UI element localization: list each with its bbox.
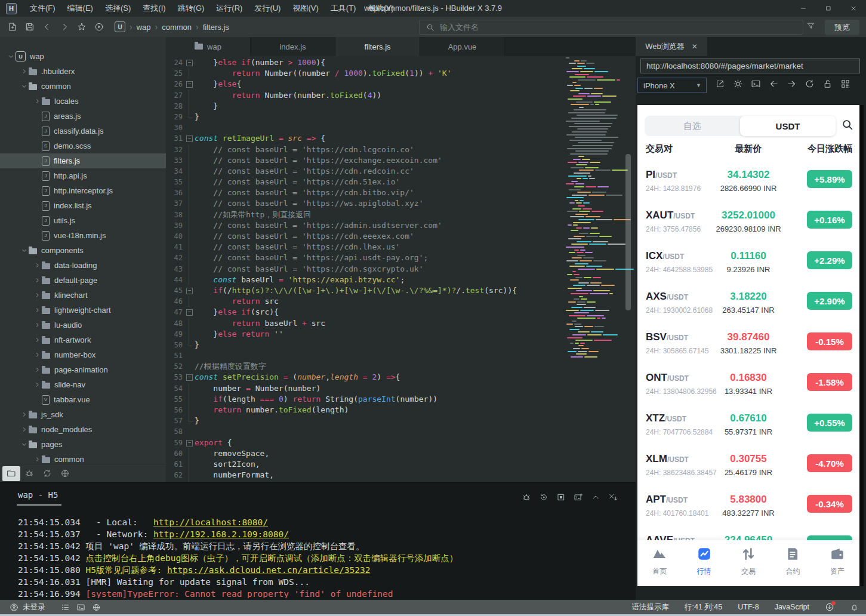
chevron-down-icon[interactable] <box>19 441 29 449</box>
change-badge[interactable]: +2.29% <box>807 251 852 269</box>
market-tab-自选[interactable]: 自选 <box>645 116 740 136</box>
code-line[interactable]: 33 // const baseUrl = 'https://exchange.… <box>166 155 636 166</box>
terminal-icon[interactable] <box>76 603 85 612</box>
code-line[interactable]: 29} <box>166 112 636 122</box>
fold-box-icon[interactable]: − <box>186 60 193 66</box>
fold-box-icon[interactable]: − <box>186 135 193 142</box>
line-number[interactable]: 60 <box>166 448 183 459</box>
explorer-view-icon[interactable] <box>2 466 20 481</box>
tree-item-components[interactable]: components <box>0 243 166 258</box>
code-line[interactable]: 62 numberFormat, <box>166 470 636 481</box>
cursor-position[interactable]: 行:41 列:45 <box>685 602 722 612</box>
console-terminal-icon[interactable] <box>751 79 761 89</box>
code-line[interactable]: 32 // const baseUrl = 'https://cdn.lcgco… <box>166 144 636 155</box>
stop-icon[interactable] <box>556 492 566 502</box>
code-line[interactable]: 28 } <box>166 101 636 112</box>
tree-item-number-box[interactable]: number-box <box>0 347 166 362</box>
menu-item[interactable]: 编辑(E) <box>61 0 99 17</box>
tree-item-areas.js[interactable]: Jareas.js <box>0 109 166 124</box>
code-line[interactable]: 58 <box>166 426 636 437</box>
tree-item-js_sdk[interactable]: js_sdk <box>0 407 166 422</box>
line-number[interactable]: 56 <box>166 405 183 415</box>
tree-item-vue-i18n.min.js[interactable]: Jvue-i18n.min.js <box>0 228 166 243</box>
code-line[interactable]: 61 sort2Icon, <box>166 459 636 470</box>
menu-item[interactable]: 视图(V) <box>286 0 324 17</box>
chevron-right-icon[interactable] <box>32 381 42 389</box>
log-link[interactable]: http://192.168.2.109:8080/ <box>153 529 289 539</box>
code-line[interactable]: 38 //如果带http，则直接返回 <box>166 210 636 220</box>
breadcrumb-item[interactable]: filters.js <box>203 23 229 32</box>
line-number[interactable]: 44 <box>166 275 183 285</box>
market-row-BSV[interactable]: BSV/USDT24H: 305865.6714539.874603301.18… <box>637 325 859 365</box>
chevron-down-icon[interactable] <box>19 82 29 91</box>
fold-indicator[interactable]: − <box>184 307 195 318</box>
menu-item[interactable]: 帮助(Y) <box>362 0 399 17</box>
chevron-right-icon[interactable] <box>32 261 42 270</box>
code-line[interactable]: 41 // const baseUrl = 'https://cdn.lhex.… <box>166 242 636 252</box>
line-number[interactable]: 30 <box>166 122 183 133</box>
market-row-XLM[interactable]: XLM/USDT24H: 38623486.384570.3075525.461… <box>637 446 859 487</box>
code-line[interactable]: 25 return Number((number / 1000).toFixed… <box>166 68 636 79</box>
editor-scrollbar-thumb[interactable] <box>625 154 631 310</box>
code-line[interactable]: 49 }else return '' <box>166 329 636 340</box>
close-button[interactable] <box>841 0 866 17</box>
line-number[interactable]: 40 <box>166 231 183 242</box>
line-number[interactable]: 45 <box>166 285 183 296</box>
code-line[interactable]: 56 return number.toFixed(length) <box>166 405 636 415</box>
line-number[interactable]: 38 <box>166 210 183 220</box>
code-line[interactable]: 39 // const baseUrl = 'https://admin.usd… <box>166 220 636 231</box>
market-row-XTZ[interactable]: XTZ/USDT24H: 7047706.528840.6761055.9737… <box>637 406 859 446</box>
tree-item-locales[interactable]: locales <box>0 94 166 109</box>
line-number[interactable]: 28 <box>166 101 183 112</box>
tree-item-node_modules[interactable]: node_modules <box>0 422 166 437</box>
tree-item-slide-nav[interactable]: slide-nav <box>0 377 166 392</box>
editor-tab-index.js[interactable]: index.js <box>251 37 335 56</box>
tree-item-.hbuilderx[interactable]: .hbuilderx <box>0 64 166 79</box>
code-line[interactable]: 47− }else if(src){ <box>166 307 636 318</box>
code-line[interactable]: 37 // const baseUrl = 'https://ws.apiglo… <box>166 198 636 209</box>
code-line[interactable]: 40 // const baseUrl = 'https://cdn.eeexe… <box>166 231 636 242</box>
device-select[interactable]: iPhone X ▼ <box>637 78 707 93</box>
breadcrumb-item[interactable]: common <box>162 23 192 32</box>
line-number[interactable]: 25 <box>166 68 183 79</box>
code-line[interactable]: 54 number = Number(number) <box>166 383 636 394</box>
chevron-right-icon[interactable] <box>32 455 42 464</box>
line-number[interactable]: 52 <box>166 361 183 372</box>
fold-box-icon[interactable]: − <box>186 374 193 381</box>
line-number[interactable]: 33 <box>166 155 183 166</box>
refresh-icon[interactable] <box>805 79 815 89</box>
fold-box-icon[interactable]: − <box>186 81 193 88</box>
tree-item-index.list.js[interactable]: Jindex.list.js <box>0 198 166 213</box>
nav-item-合约[interactable]: 合约 <box>771 540 815 586</box>
chevron-right-icon[interactable] <box>32 276 42 285</box>
fold-indicator[interactable]: − <box>184 285 195 296</box>
filter-funnel-icon[interactable] <box>806 21 815 30</box>
code-line[interactable]: 26− }else{ <box>166 79 636 90</box>
market-row-XAUT[interactable]: XAUT/USDT24H: 3756.478563252.01000269230… <box>637 203 859 244</box>
code-line[interactable]: 51 <box>166 350 636 361</box>
line-number[interactable]: 58 <box>166 426 183 437</box>
line-number[interactable]: 53 <box>166 372 183 383</box>
debug-bug-icon[interactable] <box>522 492 531 502</box>
save-icon[interactable] <box>21 19 38 35</box>
code-line[interactable]: 50} <box>166 340 636 350</box>
nav-item-交易[interactable]: 交易 <box>726 540 771 586</box>
tree-item-demo.scss[interactable]: Sdemo.scss <box>0 138 166 153</box>
close-panel-icon[interactable]: ✕ <box>692 42 698 51</box>
change-badge[interactable]: +0.16% <box>807 211 852 229</box>
close-console-icon[interactable] <box>608 492 618 502</box>
tree-item-tabbar.vue[interactable]: Vtabbar.vue <box>0 392 166 407</box>
line-number[interactable]: 55 <box>166 394 183 405</box>
editor-tab-wap[interactable]: wap <box>166 37 251 56</box>
market-row-APT[interactable]: APT/USDT24H: 401760.184015.83800483.3227… <box>637 487 859 528</box>
change-badge[interactable]: -0.15% <box>807 332 852 350</box>
line-number[interactable]: 61 <box>166 459 183 470</box>
market-search-icon[interactable] <box>841 118 854 131</box>
tree-item-http.interceptor.js[interactable]: Jhttp.interceptor.js <box>0 183 166 198</box>
fold-box-icon[interactable]: − <box>186 440 193 446</box>
line-number[interactable]: 37 <box>166 198 183 209</box>
fold-box-icon[interactable]: − <box>186 288 193 294</box>
syntax-lib-label[interactable]: 语法提示库 <box>631 602 669 612</box>
line-number[interactable]: 50 <box>166 340 183 350</box>
chevron-right-icon[interactable] <box>32 336 42 344</box>
